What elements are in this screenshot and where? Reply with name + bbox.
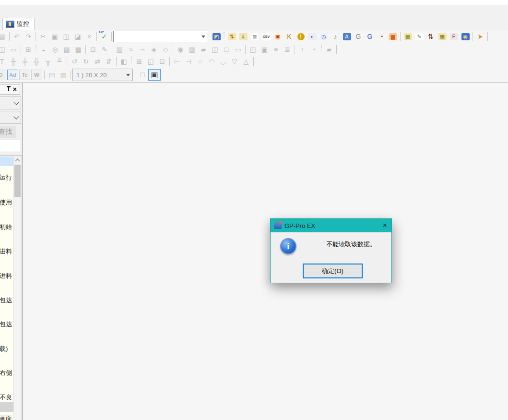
sketch-icon[interactable]: ✎ [99, 44, 110, 55]
compass-icon[interactable]: ◇ [160, 44, 171, 55]
touch-icon[interactable]: ↑ [296, 44, 308, 55]
brush-icon[interactable]: ➤ [474, 31, 486, 42]
schedule-icon[interactable]: ◔ [376, 31, 387, 42]
bar-graph-icon[interactable]: ▥ [114, 44, 125, 55]
list-item[interactable]: 进料 [0, 271, 14, 281]
frame-double-icon[interactable]: ▣ [148, 69, 161, 81]
copy-screens-icon[interactable]: ▣ [272, 31, 284, 42]
list-item[interactable]: 包达 [0, 296, 14, 305]
date-icon[interactable]: ▦ [72, 44, 84, 55]
simulation-icon[interactable]: ◐ [307, 31, 318, 42]
screen-change-icon[interactable]: ▭ [8, 44, 19, 55]
transfer-receive-icon[interactable]: ⇓ [237, 31, 249, 42]
rotate-left-icon[interactable]: ↺ [69, 56, 80, 67]
counter-up-icon[interactable]: △ [240, 56, 252, 67]
sound-icon[interactable]: ♪ [330, 31, 341, 42]
list-scrollbar[interactable] [13, 156, 21, 420]
ok-button[interactable]: 确定(O) [303, 264, 363, 278]
alarm-list-icon[interactable]: ≡ [270, 44, 282, 55]
search-combo[interactable] [113, 31, 208, 42]
text-tool-icon[interactable]: T [0, 56, 8, 67]
movie-player-icon[interactable]: ▰ [198, 44, 209, 55]
updown-transfer-icon[interactable]: ⇅ [425, 31, 437, 42]
panel-combo-1[interactable] [0, 96, 21, 109]
parts-id-icon[interactable]: ⊡ [156, 56, 168, 67]
work-area[interactable] [22, 83, 508, 420]
meter-icon[interactable]: ◈ [148, 44, 160, 55]
group-icon[interactable]: ◧ [118, 56, 130, 67]
picture-display-icon[interactable]: ▭ [232, 44, 244, 55]
align-bottom-icon[interactable]: ╨ [54, 56, 65, 67]
remote-monitor-icon[interactable]: □ [221, 44, 232, 55]
trend-graph-icon[interactable]: ∽ [137, 44, 148, 55]
language-check-icon[interactable]: G [353, 31, 364, 42]
tab-monitor[interactable]: 监控 [2, 18, 35, 30]
window-icon[interactable]: ◰ [247, 44, 259, 55]
camera-icon[interactable]: ▰ [323, 44, 335, 55]
list-item[interactable]: 运行 [0, 173, 14, 182]
text-table-icon[interactable]: A [341, 31, 353, 42]
copy-icon[interactable]: ▣ [49, 31, 60, 42]
list-item[interactable] [0, 156, 14, 166]
keypad-icon[interactable]: ⊡ [87, 44, 99, 55]
data-list-icon[interactable]: ≣ [282, 44, 293, 55]
graphic-display-icon[interactable]: ◫ [209, 44, 221, 55]
print-icon[interactable]: ▥ [58, 70, 69, 80]
undo-icon[interactable]: ↶ [11, 31, 23, 42]
dialog-close-icon[interactable]: × [383, 222, 387, 229]
data-display-icon[interactable]: ▥ [186, 44, 198, 55]
coil-icon[interactable]: ○ [194, 56, 206, 67]
package-icon[interactable]: ▩ [402, 31, 413, 42]
list-item[interactable]: 右侧 [0, 368, 14, 378]
switch-close-icon[interactable]: ⊣ [183, 56, 194, 67]
pin-icon[interactable] [8, 87, 9, 91]
line-graph-icon[interactable]: ≈ [125, 44, 137, 55]
rotate-right-icon[interactable]: ↻ [80, 56, 92, 67]
paste-icon[interactable]: ◫ [60, 31, 72, 42]
list-item[interactable]: 不良 [0, 393, 14, 402]
align-right-icon[interactable]: ╬ [31, 56, 42, 67]
lamp2-icon[interactable]: ◉ [175, 44, 186, 55]
list-item[interactable]: 初始 [0, 222, 14, 232]
message-icon[interactable]: ▤ [61, 44, 72, 55]
csv-export-icon[interactable]: CSV [260, 31, 272, 42]
preview-icon[interactable]: ◩ [211, 31, 222, 42]
badge-w[interactable]: W [31, 70, 42, 80]
error-check-icon[interactable]: ✓Err [98, 31, 110, 42]
movie-icon[interactable]: ▦ [437, 31, 448, 42]
dial-icon[interactable]: ◔ [308, 44, 319, 55]
align-top-icon[interactable]: ╥ [42, 56, 54, 67]
list-item[interactable]: 载) [0, 344, 14, 354]
password-icon[interactable]: ! [295, 31, 307, 42]
list-item[interactable] [0, 402, 14, 412]
timer-down-icon[interactable]: ◡ [217, 56, 229, 67]
table-icon[interactable]: ⊞ [23, 44, 34, 55]
special-window-icon[interactable]: ▣ [259, 44, 270, 55]
badge-d[interactable]: D [0, 70, 6, 80]
font-icon[interactable]: F [448, 31, 460, 42]
key-icon[interactable]: K [284, 31, 295, 42]
align-left-icon[interactable]: ╫ [8, 56, 19, 67]
align-center-icon[interactable]: ╪ [19, 56, 31, 67]
find-button[interactable]: 查找 [0, 126, 15, 138]
frame-outline-icon[interactable]: □ [137, 70, 148, 80]
transfer-send-icon[interactable]: ⇅ [226, 31, 237, 42]
flip-vertical-icon[interactable]: ⇵ [103, 56, 115, 67]
counter-down-icon[interactable]: ▽ [229, 56, 240, 67]
list-item[interactable]: 画面 [0, 414, 14, 420]
switch-open-icon[interactable]: ⊢ [171, 56, 183, 67]
animation-icon[interactable]: ⊞ [133, 56, 145, 67]
screen-size-combo[interactable]: 1 ) 20 X 20 [72, 69, 133, 81]
list-item[interactable]: 使用 [0, 198, 14, 207]
comment-icon[interactable]: ▤ [46, 70, 58, 80]
panel-close-icon[interactable]: × [13, 86, 17, 93]
parts-icon[interactable]: ◫ [0, 44, 8, 55]
delete-icon[interactable]: × [83, 31, 95, 42]
clock-icon[interactable]: ◷ [318, 31, 330, 42]
switch-icon[interactable]: ◒ [38, 44, 49, 55]
timer-up-icon[interactable]: ◠ [206, 56, 217, 67]
duplicate-icon[interactable]: ◪ [72, 31, 83, 42]
open-screen-icon[interactable]: ▤ [0, 31, 8, 42]
convert-icon[interactable]: ◱ [145, 56, 156, 67]
dialog-titlebar[interactable]: GP-Pro EX × [271, 219, 391, 232]
